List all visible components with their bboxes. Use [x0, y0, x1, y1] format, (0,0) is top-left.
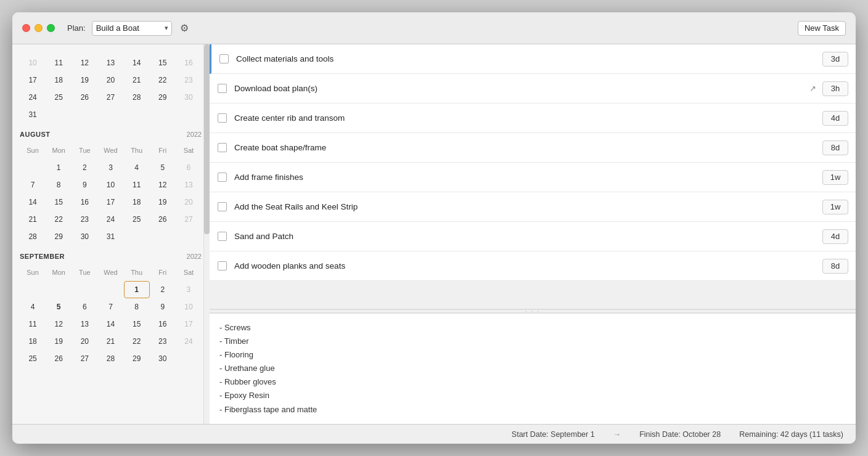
cal-cell[interactable]: 5: [150, 159, 176, 176]
august-days-header: Sun Mon Tue Wed Thu Fri Sat: [20, 142, 202, 159]
cal-cell[interactable]: 5: [46, 298, 72, 316]
cal-cell[interactable]: 24: [97, 211, 123, 228]
cal-cell[interactable]: 26: [150, 211, 176, 228]
close-button[interactable]: [22, 24, 30, 32]
new-task-button[interactable]: New Task: [798, 21, 846, 36]
task-checkbox-5[interactable]: [218, 202, 227, 211]
task-duration[interactable]: 1w: [822, 200, 848, 214]
task-row: Download boat plan(s)↗3h: [210, 74, 856, 104]
cal-cell[interactable]: 30: [72, 228, 97, 245]
cal-cell[interactable]: 22: [46, 211, 72, 228]
external-link-icon[interactable]: ↗: [809, 84, 816, 93]
cal-cell[interactable]: 28: [97, 350, 123, 367]
cal-cell[interactable]: 3: [176, 281, 202, 298]
task-duration[interactable]: 8d: [822, 259, 848, 274]
cal-cell[interactable]: 21: [20, 211, 46, 228]
cal-cell[interactable]: 7: [97, 298, 123, 316]
calendar-scrollbar-thumb[interactable]: [204, 44, 210, 234]
calendar-scroll-track: [203, 44, 210, 424]
note-line: - Screws: [219, 321, 846, 335]
task-checkbox-7[interactable]: [218, 261, 227, 271]
cal-cell[interactable]: 4: [124, 159, 150, 176]
cal-cell[interactable]: 26: [46, 350, 72, 367]
cal-cell[interactable]: 19: [150, 193, 176, 211]
cal-cell[interactable]: 27: [176, 211, 202, 228]
cal-cell[interactable]: 19: [46, 333, 72, 350]
cal-cell[interactable]: 9: [150, 298, 176, 316]
task-label: Collect materials and tools: [236, 54, 822, 63]
task-checkbox-area: [211, 54, 236, 63]
cal-cell[interactable]: 14: [20, 193, 46, 211]
cal-cell[interactable]: 20: [176, 193, 202, 211]
task-row: Add the Seat Rails and Keel Strip1w: [210, 192, 856, 222]
cal-cell[interactable]: 3: [97, 159, 123, 176]
cal-cell[interactable]: 2: [150, 281, 176, 298]
cal-cell[interactable]: 28: [20, 228, 46, 245]
cal-cell[interactable]: 10: [97, 176, 123, 193]
cal-cell[interactable]: 23: [150, 333, 176, 350]
task-duration[interactable]: 3h: [822, 81, 848, 96]
cal-cell[interactable]: 11: [124, 176, 150, 193]
cal-cell[interactable]: 12: [46, 316, 72, 333]
cal-cell[interactable]: 8: [124, 298, 150, 316]
cal-cell[interactable]: 30: [150, 350, 176, 367]
cal-cell: [150, 106, 176, 123]
day-header-thu: Thu: [124, 142, 150, 159]
cal-cell[interactable]: 4: [20, 298, 46, 316]
cal-cell[interactable]: 7: [20, 176, 46, 193]
task-duration[interactable]: 4d: [822, 111, 848, 126]
cal-cell[interactable]: 27: [72, 350, 97, 367]
task-label: Download boat plan(s): [234, 84, 809, 93]
cal-cell[interactable]: 18: [20, 333, 46, 350]
cal-cell[interactable]: 24: [176, 333, 202, 350]
cal-cell[interactable]: 25: [20, 350, 46, 367]
minimize-button[interactable]: [35, 24, 43, 32]
task-checkbox-3[interactable]: [218, 143, 227, 152]
cal-cell[interactable]: 18: [124, 193, 150, 211]
gear-icon[interactable]: ⚙: [178, 22, 190, 35]
task-duration[interactable]: 4d: [822, 229, 848, 244]
task-checkbox-area: [210, 143, 234, 152]
cal-cell[interactable]: 13: [72, 316, 97, 333]
task-checkbox-1[interactable]: [218, 84, 227, 93]
task-checkbox-4[interactable]: [218, 173, 227, 182]
right-panel: Collect materials and tools3dDownload bo…: [210, 44, 856, 424]
plan-dropdown[interactable]: Build a Boat: [92, 21, 172, 36]
task-checkbox-area: [210, 202, 234, 211]
cal-cell[interactable]: 6: [176, 159, 202, 176]
cal-cell[interactable]: 9: [72, 176, 97, 193]
cal-cell[interactable]: 25: [124, 211, 150, 228]
cal-cell[interactable]: 12: [150, 176, 176, 193]
cal-cell[interactable]: 14: [97, 316, 123, 333]
cal-cell[interactable]: 23: [72, 211, 97, 228]
cal-cell[interactable]: 2: [72, 159, 97, 176]
cal-cell[interactable]: 15: [46, 193, 72, 211]
task-checkbox-6[interactable]: [218, 232, 227, 241]
cal-cell[interactable]: 15: [124, 316, 150, 333]
cal-cell[interactable]: 11: [20, 316, 46, 333]
task-label: Create center rib and transom: [234, 113, 822, 123]
cal-cell[interactable]: 20: [72, 333, 97, 350]
task-checkbox-0[interactable]: [219, 54, 229, 63]
cal-cell[interactable]: 29: [46, 228, 72, 245]
task-duration[interactable]: 1w: [822, 170, 848, 185]
task-duration[interactable]: 8d: [822, 140, 848, 155]
cal-cell[interactable]: 1: [46, 159, 72, 176]
cal-cell[interactable]: 31: [97, 228, 123, 245]
cal-cell[interactable]: 6: [72, 298, 97, 316]
cal-cell: 14: [124, 54, 150, 71]
cal-cell[interactable]: 17: [176, 316, 202, 333]
cal-cell[interactable]: 16: [150, 316, 176, 333]
cal-cell[interactable]: 8: [46, 176, 72, 193]
cal-cell[interactable]: 10: [176, 298, 202, 316]
task-checkbox-2[interactable]: [218, 113, 227, 123]
cal-cell[interactable]: 21: [97, 333, 123, 350]
task-duration[interactable]: 3d: [822, 52, 848, 67]
maximize-button[interactable]: [47, 24, 55, 32]
cal-cell[interactable]: 22: [124, 333, 150, 350]
cal-cell[interactable]: 17: [97, 193, 123, 211]
cal-today[interactable]: 1: [124, 281, 150, 298]
cal-cell[interactable]: 13: [176, 176, 202, 193]
cal-cell[interactable]: 29: [124, 350, 150, 367]
cal-cell[interactable]: 16: [72, 193, 97, 211]
